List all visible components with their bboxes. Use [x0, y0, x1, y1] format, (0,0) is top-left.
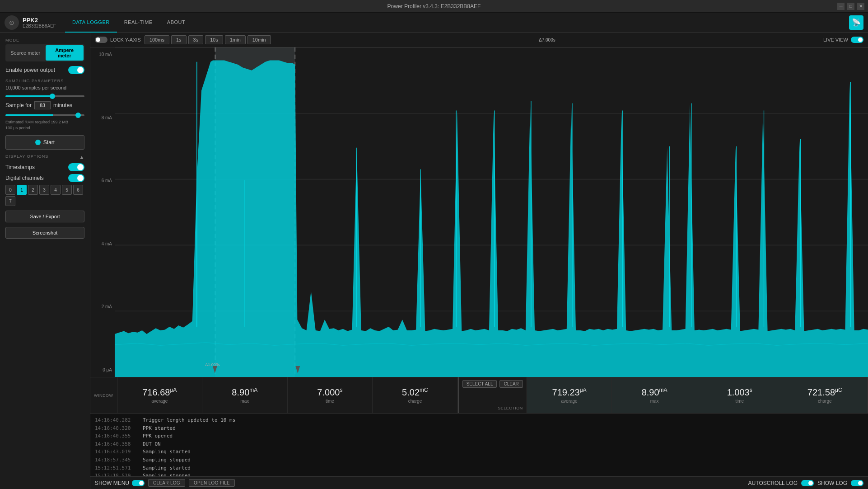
- display-options-header[interactable]: DISPLAY OPTIONS ▲: [5, 154, 84, 160]
- channel-1-button[interactable]: 1: [17, 185, 27, 195]
- digital-channels-toggle[interactable]: [68, 174, 84, 182]
- toggle-knob: [77, 67, 84, 73]
- sampling-section: SAMPLING PARAMETERS 10,000 samples per s…: [5, 79, 84, 131]
- toggle-knob-6: [139, 481, 144, 485]
- select-all-button[interactable]: SELECT ALL: [462, 380, 497, 388]
- start-button[interactable]: Start: [5, 135, 84, 150]
- ampere-meter-button[interactable]: Ampere meter: [46, 45, 84, 61]
- time-10s-button[interactable]: 10s: [205, 35, 223, 44]
- y-axis: 10 mA 8 mA 6 mA 4 mA 2 mA 0 μA: [90, 47, 115, 377]
- sel-time-value: 1.003s: [727, 387, 752, 398]
- open-log-file-button[interactable]: OPEN LOG FILE: [189, 479, 235, 487]
- chart-main: 10 mA 8 mA 6 mA 4 mA 2 mA 0 μA: [90, 47, 868, 413]
- window-charge-label: charge: [408, 399, 422, 404]
- window-label: WINDOW: [90, 377, 117, 413]
- sample-for-input[interactable]: [34, 101, 51, 109]
- time-1s-button[interactable]: 1s: [171, 35, 187, 44]
- stats-bar: WINDOW 716.68μA average 8.90mA max 7.000…: [90, 377, 868, 413]
- restore-button[interactable]: □: [847, 3, 854, 10]
- window-charge-value: 5.02mC: [402, 387, 428, 398]
- autoscroll-label: AUTOSCROLL LOG: [748, 480, 798, 486]
- clear-log-button[interactable]: CLEAR LOG: [148, 479, 185, 487]
- chevron-up-icon: ▲: [79, 154, 84, 160]
- right-panel: LOCK Y-AXIS 100ms 1s 3s 10s 1min 10min Δ…: [90, 33, 868, 489]
- window-stats: 716.68μA average 8.90mA max 7.000s time …: [117, 377, 458, 413]
- source-meter-button[interactable]: Source meter: [6, 45, 45, 61]
- y-2ma: 2 mA: [93, 304, 112, 309]
- chart-area: 10 mA 8 mA 6 mA 4 mA 2 mA 0 μA: [90, 47, 868, 377]
- log-line-3: 14:16:40.355 PPK opened: [95, 432, 863, 440]
- window-max-cell: 8.90mA max: [202, 377, 288, 413]
- channel-7-button[interactable]: 7: [5, 196, 15, 206]
- live-view-label: LIVE VIEW: [823, 37, 848, 42]
- autoscroll-toggle[interactable]: [801, 480, 814, 486]
- channel-4-button[interactable]: 4: [51, 185, 61, 195]
- channel-5-button[interactable]: 5: [62, 185, 72, 195]
- nav-item-about[interactable]: ABOUT: [160, 13, 192, 33]
- time-buttons: 100ms 1s 3s 10s 1min 10min: [145, 35, 271, 44]
- channel-6-button[interactable]: 6: [73, 185, 83, 195]
- bottom-bar: SHOW MENU CLEAR LOG OPEN LOG FILE AUTOSC…: [90, 476, 868, 489]
- nav-item-data-logger[interactable]: DATA LOGGER: [65, 13, 117, 33]
- show-menu-label: SHOW MENU: [95, 480, 129, 486]
- y-4ma: 4 mA: [93, 241, 112, 246]
- samples-per-second: 10,000 samples per second: [5, 85, 84, 90]
- nav-item-real-time[interactable]: REAL-TIME: [117, 13, 160, 33]
- connect-icon[interactable]: 📡: [849, 15, 863, 30]
- screenshot-button[interactable]: Screenshot: [5, 227, 84, 239]
- time-1min-button[interactable]: 1min: [225, 35, 246, 44]
- logo-icon: ⊙: [9, 19, 14, 26]
- sample-time-slider[interactable]: [5, 114, 84, 116]
- show-menu-row: SHOW MENU: [95, 480, 145, 486]
- show-menu-toggle[interactable]: [132, 480, 145, 486]
- main-layout: MODE Source meter Ampere meter Enable po…: [0, 33, 868, 489]
- sel-charge-value: 721.58μC: [807, 387, 842, 398]
- app-logo: ⊙: [5, 15, 19, 30]
- save-export-button[interactable]: Save / Export: [5, 211, 84, 222]
- power-output-toggle[interactable]: [68, 66, 84, 74]
- channel-2-button[interactable]: 2: [28, 185, 38, 195]
- device-name: PPK2: [23, 17, 56, 24]
- sample-for-row: Sample for minutes: [5, 101, 84, 109]
- delta-time-label: Δ7.000s: [275, 38, 820, 42]
- sel-average-label: average: [561, 399, 578, 404]
- timestamps-toggle[interactable]: [68, 163, 84, 171]
- time-3s-button[interactable]: 3s: [188, 35, 204, 44]
- minimize-button[interactable]: ─: [837, 3, 845, 10]
- channel-3-button[interactable]: 3: [39, 185, 49, 195]
- channel-0-button[interactable]: 0: [5, 185, 15, 195]
- chart-svg: [115, 47, 868, 377]
- live-view-toggle[interactable]: [851, 37, 863, 43]
- power-output-label: Enable power output: [5, 67, 55, 73]
- selection-stats: 719.23μA average 8.90mA max 1.003s time …: [527, 377, 868, 413]
- time-10min-button[interactable]: 10min: [247, 35, 271, 44]
- log-line-2: 14:16:40.320 PPK started: [95, 424, 863, 433]
- time-100ms-button[interactable]: 100ms: [145, 35, 169, 44]
- digital-channels-label: Digital channels: [5, 175, 44, 181]
- window-time-label: time: [326, 399, 334, 404]
- device-info: PPK2 E2B332BB8AEF: [23, 17, 56, 28]
- toggle-knob-8: [858, 481, 863, 485]
- window-average-label: average: [151, 399, 168, 404]
- show-log-toggle[interactable]: [851, 480, 863, 486]
- title-bar: Power Profiler v3.4.3: E2B332BB8AEF ─ □ …: [0, 0, 868, 13]
- window-time-value: 7.000s: [317, 387, 342, 398]
- mode-section: MODE Source meter Ampere meter: [5, 38, 84, 61]
- y-0ua: 0 μA: [93, 367, 112, 372]
- sel-max-label: max: [650, 399, 659, 404]
- lock-y-label: LOCK Y-AXIS: [110, 37, 141, 42]
- chart-canvas-area: Δ1.003s: [115, 47, 868, 377]
- bottom-right: AUTOSCROLL LOG SHOW LOG: [748, 480, 863, 486]
- log-line-7: 15:12:51.571 Sampling started: [95, 464, 863, 472]
- sample-rate-slider[interactable]: [5, 95, 84, 97]
- sel-time-cell: 1.003s time: [697, 377, 783, 413]
- start-icon: [35, 140, 41, 145]
- clear-button[interactable]: CLEAR: [499, 380, 523, 388]
- log-line-5: 14:16:43.019 Sampling started: [95, 448, 863, 456]
- sel-max-cell: 8.90mA max: [612, 377, 697, 413]
- log-content: 14:16:40.282 Trigger length updated to 1…: [90, 414, 868, 476]
- lock-y-toggle[interactable]: [95, 37, 107, 43]
- window-time-cell: 7.000s time: [288, 377, 373, 413]
- sample-for-label: Sample for: [5, 102, 32, 108]
- close-button[interactable]: ✕: [857, 3, 864, 10]
